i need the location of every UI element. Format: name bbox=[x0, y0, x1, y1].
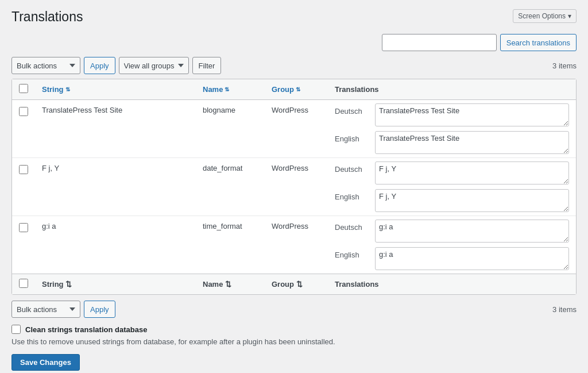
sort-string-button[interactable]: String ⇅ bbox=[42, 85, 70, 94]
translation-textarea[interactable] bbox=[375, 103, 569, 126]
sort-string-icon: ⇅ bbox=[65, 86, 70, 93]
row-translations: DeutschEnglish bbox=[328, 216, 576, 274]
sort-group-button[interactable]: Group ⇅ bbox=[272, 85, 300, 94]
screen-options-button[interactable]: Screen Options ▾ bbox=[513, 9, 577, 23]
apply-button-bottom[interactable]: Apply bbox=[84, 301, 115, 318]
top-toolbar: Bulk actions Apply View all groups Filte… bbox=[11, 57, 577, 74]
row-select-checkbox[interactable] bbox=[19, 165, 28, 174]
filter-button[interactable]: Filter bbox=[192, 57, 222, 74]
bulk-actions-select-bottom[interactable]: Bulk actions bbox=[11, 301, 80, 318]
footer-string-header: String ⇅ bbox=[35, 274, 196, 295]
select-all-checkbox-footer[interactable] bbox=[19, 279, 28, 288]
translations-table-wrapper: String ⇅ Name ⇅ Group ⇅ bbox=[11, 79, 577, 295]
translation-item: Deutsch bbox=[335, 220, 569, 243]
translation-textarea[interactable] bbox=[375, 189, 569, 212]
lang-label: English bbox=[335, 189, 369, 201]
footer-name-header: Name ⇅ bbox=[196, 274, 265, 295]
table-footer-row: String ⇅ Name ⇅ Group ⇅ bbox=[12, 274, 576, 295]
search-translations-button[interactable]: Search translations bbox=[500, 34, 577, 51]
row-string: F j, Y bbox=[35, 158, 196, 216]
row-string: TranslatePress Test Site bbox=[35, 100, 196, 158]
row-translations: DeutschEnglish bbox=[328, 158, 576, 216]
translation-item: Deutsch bbox=[335, 161, 569, 184]
sort-group-icon: ⇅ bbox=[296, 86, 300, 93]
lang-label: Deutsch bbox=[335, 220, 369, 232]
row-name: date_format bbox=[196, 158, 265, 216]
lang-label: English bbox=[335, 247, 369, 259]
search-bar: Search translations bbox=[11, 34, 577, 51]
translation-textarea[interactable] bbox=[375, 161, 569, 184]
save-changes-button[interactable]: Save Changes bbox=[11, 354, 80, 371]
translation-item: English bbox=[335, 247, 569, 270]
row-string: g:i a bbox=[35, 216, 196, 274]
search-input[interactable] bbox=[382, 34, 497, 51]
sort-group-footer-button[interactable]: Group ⇅ bbox=[272, 280, 303, 289]
translations-table: String ⇅ Name ⇅ Group ⇅ bbox=[12, 79, 576, 294]
row-group: WordPress bbox=[265, 216, 328, 274]
clean-strings-row: Clean strings translation database bbox=[11, 325, 577, 334]
footer-translations-header: Translations bbox=[328, 274, 576, 295]
apply-button-top[interactable]: Apply bbox=[84, 57, 115, 74]
lang-label: Deutsch bbox=[335, 103, 369, 116]
lang-label: English bbox=[335, 131, 369, 143]
footer-group-header: Group ⇅ bbox=[265, 274, 328, 295]
row-checkbox-cell bbox=[12, 100, 35, 158]
row-select-checkbox[interactable] bbox=[19, 107, 28, 116]
row-select-checkbox[interactable] bbox=[19, 223, 28, 232]
clean-strings-label: Clean strings translation database bbox=[25, 325, 147, 334]
translation-textarea[interactable] bbox=[375, 220, 569, 243]
table-header-row: String ⇅ Name ⇅ Group ⇅ bbox=[12, 79, 576, 100]
sort-name-footer-icon: ⇅ bbox=[225, 280, 231, 289]
header-checkbox-cell bbox=[12, 79, 35, 100]
clean-strings-checkbox[interactable] bbox=[11, 325, 21, 334]
translation-item: English bbox=[335, 131, 569, 154]
sort-group-footer-icon: ⇅ bbox=[296, 280, 303, 289]
sort-name-button[interactable]: Name ⇅ bbox=[203, 85, 229, 94]
row-checkbox-cell bbox=[12, 216, 35, 274]
bottom-toolbar: Bulk actions Apply 3 items bbox=[11, 301, 577, 318]
screen-options-arrow-icon: ▾ bbox=[568, 12, 571, 20]
row-checkbox-cell bbox=[12, 158, 35, 216]
table-row: TranslatePress Test SiteblognameWordPres… bbox=[12, 100, 576, 158]
items-count-top: 3 items bbox=[552, 61, 577, 70]
row-group: WordPress bbox=[265, 100, 328, 158]
row-group: WordPress bbox=[265, 158, 328, 216]
view-all-groups-select[interactable]: View all groups bbox=[119, 57, 189, 74]
bulk-actions-select-top[interactable]: Bulk actions bbox=[11, 57, 80, 74]
screen-options-label: Screen Options bbox=[518, 12, 566, 20]
footer-checkbox-cell bbox=[12, 274, 35, 295]
table-row: F j, Ydate_formatWordPressDeutschEnglish bbox=[12, 158, 576, 216]
sort-string-footer-icon: ⇅ bbox=[65, 280, 72, 289]
translation-item: Deutsch bbox=[335, 103, 569, 126]
header-string: String ⇅ bbox=[35, 79, 196, 100]
row-name: blogname bbox=[196, 100, 265, 158]
translation-textarea[interactable] bbox=[375, 247, 569, 270]
select-all-checkbox[interactable] bbox=[19, 84, 28, 93]
table-row: g:i atime_formatWordPressDeutschEnglish bbox=[12, 216, 576, 274]
translation-item: English bbox=[335, 189, 569, 212]
header-translations: Translations bbox=[328, 79, 576, 100]
page-title: Translations bbox=[11, 9, 83, 25]
header-group: Group ⇅ bbox=[265, 79, 328, 100]
sort-name-footer-button[interactable]: Name ⇅ bbox=[203, 280, 231, 289]
items-count-bottom: 3 items bbox=[552, 305, 577, 314]
sort-string-footer-button[interactable]: String ⇅ bbox=[42, 280, 72, 289]
lang-label: Deutsch bbox=[335, 161, 369, 174]
clean-strings-description: Use this to remove unused strings from d… bbox=[11, 337, 577, 346]
translation-textarea[interactable] bbox=[375, 131, 569, 154]
sort-name-icon: ⇅ bbox=[225, 86, 229, 93]
row-translations: DeutschEnglish bbox=[328, 100, 576, 158]
header-name: Name ⇅ bbox=[196, 79, 265, 100]
row-name: time_format bbox=[196, 216, 265, 274]
